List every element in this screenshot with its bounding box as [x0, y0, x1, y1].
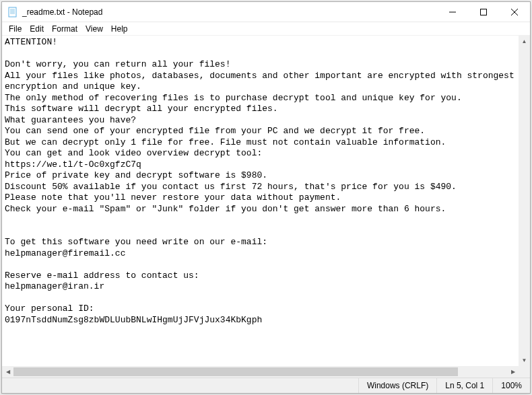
close-icon	[511, 9, 518, 15]
chevron-right-icon: ▶	[511, 369, 515, 375]
menubar: File Edit Format View Help	[2, 22, 530, 36]
chevron-left-icon: ◀	[6, 369, 10, 375]
minimize-icon	[449, 9, 456, 15]
text-editor[interactable]: ATTENTION! Don't worry, you can return a…	[2, 36, 519, 366]
editor-area: ATTENTION! Don't worry, you can return a…	[2, 36, 530, 378]
menu-format[interactable]: Format	[48, 23, 81, 35]
vertical-scrollbar[interactable]: ▲ ▼	[519, 36, 530, 366]
chevron-down-icon: ▼	[522, 357, 527, 363]
scroll-corner	[519, 366, 530, 378]
status-zoom: 100%	[492, 378, 530, 393]
titlebar: _readme.txt - Notepad	[2, 2, 530, 22]
chevron-up-icon: ▲	[522, 38, 527, 44]
horizontal-scrollbar[interactable]: ◀ ▶	[2, 366, 519, 378]
maximize-icon	[480, 9, 487, 15]
notepad-icon	[7, 7, 18, 17]
horizontal-scroll-track[interactable]	[13, 366, 507, 378]
scroll-down-button[interactable]: ▼	[519, 355, 530, 366]
status-position: Ln 5, Col 1	[436, 378, 492, 393]
scroll-up-button[interactable]: ▲	[519, 36, 530, 47]
horizontal-scroll-thumb[interactable]	[13, 367, 458, 376]
menu-file[interactable]: File	[5, 23, 26, 35]
close-button[interactable]	[499, 2, 530, 22]
minimize-button[interactable]	[437, 2, 468, 22]
vertical-scroll-track[interactable]	[519, 47, 530, 355]
scroll-left-button[interactable]: ◀	[2, 366, 13, 378]
maximize-button[interactable]	[468, 2, 499, 22]
notepad-window: _readme.txt - Notepad File Edit Format V…	[1, 1, 531, 394]
window-title: _readme.txt - Notepad	[22, 7, 437, 17]
menu-help[interactable]: Help	[107, 23, 132, 35]
menu-edit[interactable]: Edit	[26, 23, 48, 35]
menu-view[interactable]: View	[81, 23, 107, 35]
scroll-right-button[interactable]: ▶	[507, 366, 519, 378]
status-encoding: Windows (CRLF)	[358, 378, 436, 393]
statusbar: Windows (CRLF) Ln 5, Col 1 100%	[2, 378, 530, 393]
window-controls	[437, 2, 530, 22]
svg-rect-6	[481, 9, 487, 15]
